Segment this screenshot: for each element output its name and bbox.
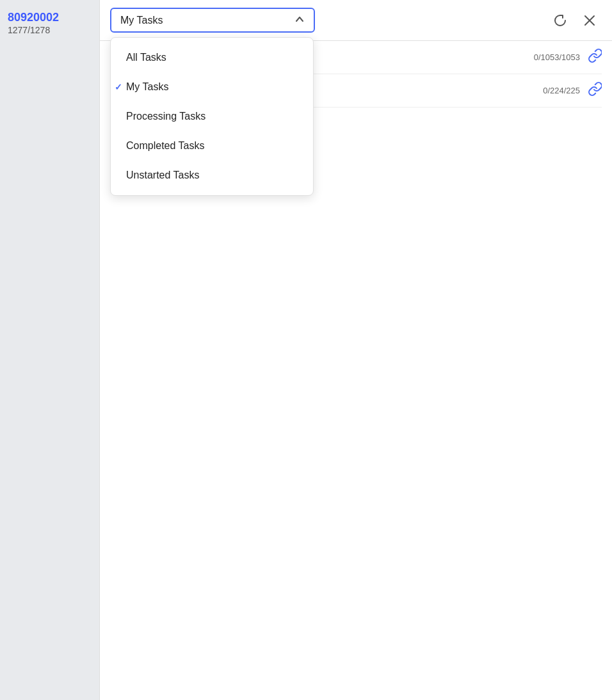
menu-item-my-tasks[interactable]: ✓ My Tasks [111,72,313,102]
task-filter-dropdown[interactable]: My Tasks [110,8,315,33]
link-icon-2[interactable] [588,82,602,99]
menu-item-unstarted-tasks[interactable]: Unstarted Tasks [111,161,313,190]
header: My Tasks [100,0,612,41]
menu-item-label-completed-tasks: Completed Tasks [126,140,204,152]
menu-item-label-processing-tasks: Processing Tasks [126,111,205,122]
sidebar-id: 80920002 [8,10,92,25]
main-content: My Tasks [99,0,612,700]
sidebar-count: 1277/1278 [8,25,92,35]
sidebar: 80920002 1277/1278 [0,0,99,700]
menu-item-label-all-tasks: All Tasks [126,52,166,63]
row-progress-2: 0/224/225 [522,86,580,95]
menu-item-completed-tasks[interactable]: Completed Tasks [111,131,313,161]
menu-item-label-my-tasks: My Tasks [126,81,168,93]
dropdown-selected-label: My Tasks [120,15,163,26]
dropdown-menu: All Tasks ✓ My Tasks Processing Tasks Co… [110,37,314,196]
check-icon: ✓ [115,82,122,92]
refresh-button[interactable] [548,11,572,30]
link-icon-1[interactable] [588,49,602,66]
menu-item-label-unstarted-tasks: Unstarted Tasks [126,170,199,181]
menu-item-all-tasks[interactable]: All Tasks [111,43,313,72]
chevron-up-icon [294,14,305,26]
menu-item-processing-tasks[interactable]: Processing Tasks [111,102,313,131]
close-button[interactable] [577,11,602,30]
row-progress-1: 0/1053/1053 [522,52,580,62]
